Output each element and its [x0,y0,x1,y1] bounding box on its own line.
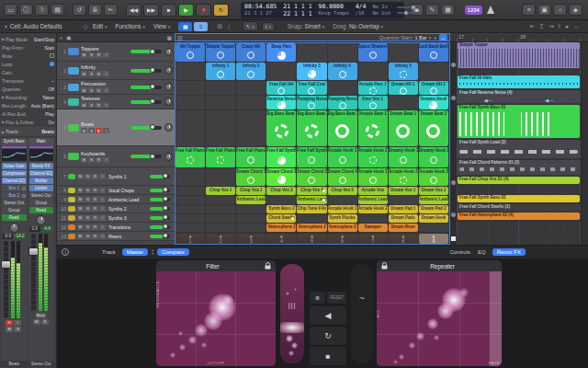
solo-button[interactable]: S [88,102,95,108]
scene-trigger-1[interactable]: ∧1 [175,234,205,244]
loop-cell[interactable]: HH Topper [175,43,205,62]
lock-icon[interactable] [381,262,388,270]
loop-cell[interactable]: Chip Tune Fills [297,205,326,213]
scene-trigger-7[interactable]: ∧7 [358,234,388,244]
fx-settings-button[interactable]: ≣ [310,292,325,304]
loop-cell[interactable]: Arcade Hook 2 [389,168,418,186]
inspector-row-value[interactable]: Auto (Bars) [31,103,54,109]
plugin-slot[interactable]: Channel EQ [29,170,54,177]
empty-cell[interactable] [297,43,326,62]
plugin-slot[interactable]: Multipr [29,178,54,184]
strip-button[interactable]: Bnce [36,313,46,318]
loop-cell[interactable]: Dream Pads [389,214,418,223]
track-header-toppers[interactable]: 1ToppersMSRI [57,42,175,62]
input-monitor-button[interactable]: I [99,215,106,221]
inspector-row-value[interactable]: Start [44,45,54,51]
input-monitor-button[interactable]: I [99,234,106,239]
record-enable-button[interactable]: R [92,224,98,230]
mute-button[interactable]: M [81,52,87,58]
plugin-slot[interactable]: Noise Gate [2,163,27,169]
loop-cell[interactable]: Infinity 1 [206,63,235,80]
inspector-row-value[interactable]: Off [48,86,54,92]
empty-cell[interactable] [175,196,205,204]
solo-button[interactable]: S [88,157,95,163]
record-enable-button[interactable]: R [96,87,102,93]
mute-button[interactable]: M [81,71,87,76]
empty-cell[interactable] [358,214,388,223]
loop-cell[interactable]: Dream Chord 3 [297,168,326,186]
gater-slider[interactable]: ||| [280,264,304,363]
undo-icon[interactable]: ↺ [73,4,86,16]
empty-cell[interactable] [297,214,326,223]
track-tab[interactable]: Track [102,249,116,255]
toolbar-right-icon[interactable]: ⇤ [530,23,536,30]
empty-cell[interactable] [175,187,205,195]
compare-button[interactable]: Compare [157,248,189,256]
eq-thumbnail[interactable] [29,149,54,161]
inspector-row[interactable]: ▶Track:Beats [0,127,56,136]
send-knob[interactable] [22,187,26,190]
region-free-fall-synth-lead-2-[interactable]: Free Fall Synth Lead (2) [458,140,580,158]
region-free-fall-hi-hats[interactable]: Free Fall Hi Hats [458,75,580,88]
record-enable-button[interactable]: R [96,157,102,163]
midi-in-icon[interactable]: ↕ [227,23,231,29]
inspector-row-value[interactable]: On [48,120,54,125]
loop-cell[interactable]: Atmosphere 1 [266,224,296,232]
loop-cell[interactable]: Infinity 5 [389,63,418,80]
volume-slider[interactable] [150,207,170,211]
pointer-tool-menu[interactable]: ↖ ▾ [243,21,258,31]
mute-button[interactable]: M [77,188,84,193]
functions-menu[interactable]: Functions ▾ [115,23,145,29]
loop-cell[interactable]: Arcade Perc 1 [358,81,388,95]
solo-button[interactable]: S [88,128,95,133]
pan-knob[interactable] [164,48,173,56]
grid-view-toggle[interactable]: ▦ [178,22,192,31]
region-free-fall-reverse-noise-4-[interactable]: Free Fall Reverse Noise (4)◀—◀— [458,90,580,103]
output-slot[interactable]: Stereo Out [2,200,27,206]
region-free-fall-chop-vox-01-4-[interactable]: Free Fall Chop Vox 01 (4) [458,177,580,184]
pan-knob[interactable] [36,215,46,225]
toolbar-right-icon[interactable]: ● [565,23,569,30]
add-track-button[interactable]: + [60,35,62,40]
checkbox[interactable] [50,53,54,58]
lcd-tempo[interactable]: 90.0000 [319,3,349,10]
loop-cell[interactable]: Dream Chord 2 [266,168,296,186]
input-monitor-button[interactable]: I [103,87,109,93]
loop-cell[interactable]: Arcade Hook 1 [328,147,357,167]
input-monitor-button[interactable]: I [103,71,109,76]
loop-cell[interactable]: Chord Swells [266,214,296,223]
loop-cell[interactable]: Infinity 2 [236,63,266,80]
lcd-cycle-end[interactable]: 22 1 1 1 [283,10,311,17]
track-header-beats[interactable]: 5BeatsMSRI [57,109,175,146]
scene-trigger-6[interactable]: ∧6 [328,234,357,244]
region-simple-topper[interactable]: Simple Topper [458,42,580,68]
notepad-icon[interactable]: ▭ [4,4,17,16]
volume-slider[interactable] [130,126,162,130]
plugin-slot[interactable]: Limiter [29,185,54,191]
loop-cell[interactable]: Chop Vox 5 [328,187,357,195]
track-header-anthemic-lead[interactable]: 9MSRIAnthemic Lead [57,195,175,204]
loop-cell[interactable]: Arcade Hook 1 [358,168,388,186]
empty-cell[interactable] [175,110,205,146]
list-editors-icon[interactable]: ≡ [522,4,536,16]
empty-cell[interactable] [236,214,266,223]
group-slot[interactable]: Group [2,207,27,213]
solo-button[interactable]: S [85,234,91,239]
input-monitor-button[interactable]: I [99,188,106,193]
cell-inspector-menu[interactable]: ▼ Cell: Audio Defaults [4,23,62,29]
divider-knob[interactable] [451,180,456,185]
empty-cell[interactable] [419,63,448,80]
volume-slider[interactable] [130,86,162,89]
record-enable-button[interactable]: R [92,215,98,221]
loop-cell[interactable]: Dream Vox 1 [389,187,418,195]
scratch-button[interactable]: ↻ [310,327,346,345]
region-free-fall-chord-swells-2-[interactable]: Free Fall Chord Swells (2) [458,204,580,211]
record-enable-button[interactable]: R [92,174,98,179]
solo-button[interactable]: S [85,206,91,212]
inspector-row[interactable]: Play From:Start [2,43,54,52]
volume-slider[interactable] [130,100,162,104]
loop-cell[interactable]: Free Fall Piano [175,147,205,167]
inspector-row[interactable]: Mute: [2,52,54,60]
empty-cell[interactable] [206,81,235,95]
loop-cell[interactable]: Atmosphere 3 [328,224,357,232]
